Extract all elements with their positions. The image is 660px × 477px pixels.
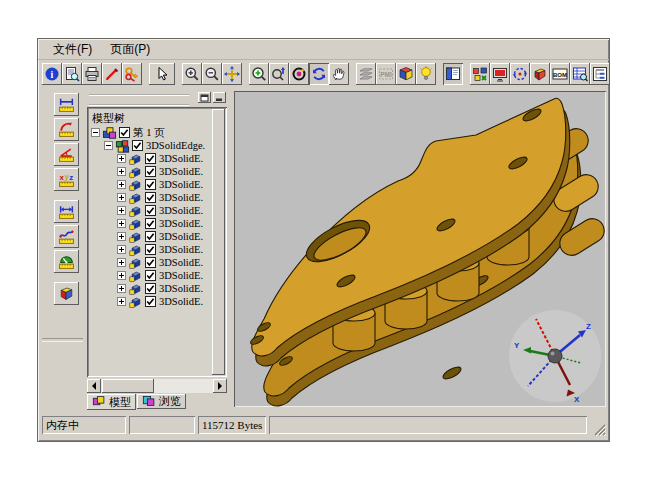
checkbox-checked[interactable] [145, 257, 156, 268]
tree-row: 3DSolidE. [89, 165, 212, 178]
model-canvas[interactable]: Z X Y [234, 91, 606, 407]
measure-angle-button[interactable] [54, 143, 79, 166]
measure-distance-button[interactable] [54, 200, 79, 223]
pages-icon [102, 126, 117, 140]
tree-row: 3DSolidEdge. [89, 139, 212, 152]
menu-item[interactable]: 页面(P) [101, 39, 159, 60]
tree-vertical-scrollbar[interactable] [212, 109, 225, 375]
panel-hide-button[interactable] [213, 92, 226, 103]
components-icon [472, 66, 488, 82]
bom-button[interactable]: BOM [550, 63, 570, 85]
toolbar-separator [142, 63, 149, 85]
expand-icon[interactable] [117, 180, 126, 189]
zoom-in-button[interactable] [182, 63, 202, 85]
tree-horizontal-scrollbar[interactable] [87, 379, 227, 393]
view-cube-button[interactable] [396, 63, 416, 85]
measure-horizontal-button[interactable] [54, 93, 79, 116]
gauge-button[interactable] [54, 250, 79, 273]
checkbox-checked[interactable] [145, 296, 156, 307]
zoom-window-button[interactable] [249, 63, 269, 85]
expand-icon[interactable] [117, 258, 126, 267]
checkbox-checked[interactable] [145, 231, 156, 242]
tab-browse[interactable]: 浏览 [137, 394, 186, 409]
rotate-icon [512, 66, 528, 82]
expand-icon[interactable] [117, 154, 126, 163]
checkbox-checked[interactable] [145, 192, 156, 203]
expand-icon[interactable] [117, 232, 126, 241]
triangle-right-icon [218, 382, 226, 390]
expand-icon[interactable] [117, 206, 126, 215]
expand-icon[interactable] [117, 193, 126, 202]
panel-title: 模型树 [92, 111, 125, 126]
solid-view-button[interactable] [530, 63, 550, 85]
checkbox-checked[interactable] [119, 127, 130, 138]
tab-model[interactable]: 模型 [87, 394, 136, 410]
redline-icon [104, 66, 120, 82]
checkbox-checked[interactable] [145, 153, 156, 164]
measure-curve-button[interactable] [54, 225, 79, 248]
scrollbar-thumb[interactable] [212, 109, 225, 375]
tree-item-label: 第 1 页 [133, 126, 165, 140]
checkbox-checked[interactable] [145, 283, 156, 294]
report-button[interactable] [570, 63, 590, 85]
redline-button[interactable] [102, 63, 122, 85]
select-button[interactable] [149, 63, 175, 85]
zoom-window-icon [251, 66, 267, 82]
checkbox-checked[interactable] [145, 205, 156, 216]
expand-icon[interactable] [117, 284, 126, 293]
expand-icon[interactable] [117, 297, 126, 306]
orbit-button[interactable] [289, 63, 309, 85]
axis-z-label: Z [586, 322, 591, 331]
keys-icon [124, 66, 140, 82]
tree-row: 3DSolidE. [89, 230, 212, 243]
panel-toggle-button[interactable] [443, 63, 463, 85]
expand-icon[interactable] [117, 245, 126, 254]
browse-tab-icon [142, 394, 159, 409]
part-icon [128, 282, 143, 296]
refresh-icon [311, 66, 327, 82]
info-button[interactable]: i [42, 63, 62, 85]
components-button[interactable] [470, 63, 490, 85]
panel-drag-handle[interactable] [89, 94, 189, 106]
refresh-button[interactable] [309, 63, 329, 85]
tree-view-button[interactable] [590, 63, 610, 85]
measure-coordinate-button[interactable]: xyz [54, 168, 79, 191]
measure-radius-button[interactable] [54, 118, 79, 141]
checkbox-checked[interactable] [145, 244, 156, 255]
menu-item[interactable]: 文件(F) [44, 39, 101, 60]
print-button[interactable] [82, 63, 102, 85]
collapse-icon[interactable] [104, 141, 113, 150]
tree-item-label: 3DSolidE. [159, 270, 203, 281]
dynamic-zoom-button[interactable] [269, 63, 289, 85]
checkbox-checked[interactable] [145, 166, 156, 177]
expand-icon[interactable] [117, 167, 126, 176]
capture-button[interactable] [490, 63, 510, 85]
scroll-left-button[interactable] [87, 379, 101, 393]
checkbox-checked[interactable] [145, 218, 156, 229]
checkbox-checked[interactable] [145, 270, 156, 281]
collapse-icon[interactable] [91, 128, 100, 137]
scrollbar-thumb[interactable] [102, 379, 154, 393]
expand-icon[interactable] [117, 271, 126, 280]
print-preview-icon [64, 66, 80, 82]
print-preview-button[interactable] [62, 63, 82, 85]
lighting-button[interactable] [416, 63, 436, 85]
side-toolbar: xyz [40, 91, 85, 407]
axis-x-label: X [574, 395, 580, 404]
zoom-out-button[interactable] [202, 63, 222, 85]
pan-axes-button[interactable] [222, 63, 242, 85]
resize-grip-icon[interactable] [593, 421, 607, 437]
scroll-right-button[interactable] [213, 379, 227, 393]
checkbox-checked[interactable] [145, 179, 156, 190]
layers-button[interactable] [356, 63, 376, 85]
pan-hand-button[interactable] [329, 63, 349, 85]
pmi-button[interactable]: PMI [376, 63, 396, 85]
checkbox-checked[interactable] [132, 140, 143, 151]
measure-solid-button[interactable] [54, 282, 79, 305]
permissions-button[interactable] [122, 63, 142, 85]
rotate-view-button[interactable] [510, 63, 530, 85]
tree-row: 3DSolidE. [89, 217, 212, 230]
expand-icon[interactable] [117, 219, 126, 228]
panel-float-button[interactable] [198, 92, 211, 103]
viewport-3d[interactable]: Z X Y [234, 91, 606, 407]
